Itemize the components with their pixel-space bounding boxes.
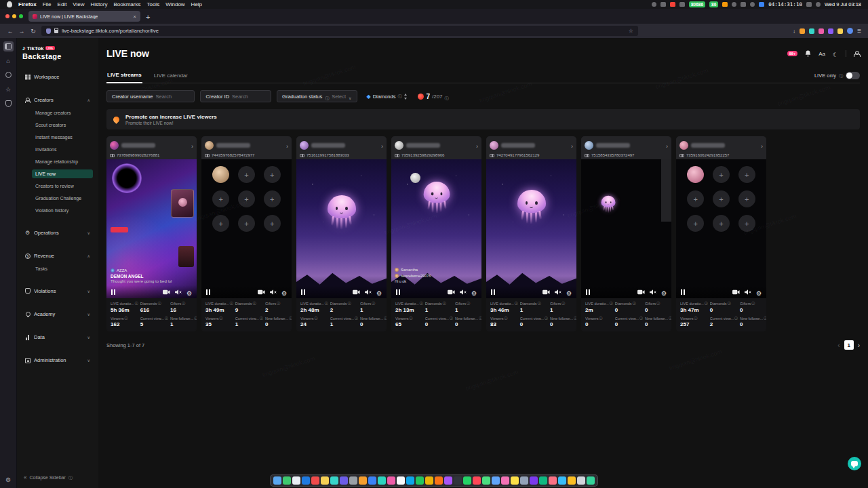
dock-app-icon[interactable]: [558, 476, 566, 485]
live-card[interactable]: 7359139259829298966 Samantha benceborne2…: [391, 136, 481, 331]
add-guest-button[interactable]: [687, 190, 704, 207]
dock-app-icon[interactable]: [397, 476, 405, 485]
menubar-item-tools[interactable]: Tools: [146, 1, 159, 7]
timer-app-icon[interactable]: [759, 2, 764, 7]
add-guest-button[interactable]: [264, 190, 281, 207]
creator-id-filter[interactable]: Creator ID: [200, 90, 271, 102]
dock-app-icon[interactable]: [283, 476, 291, 485]
dock-app-icon[interactable]: [539, 476, 547, 485]
extension-icon[interactable]: [800, 28, 805, 34]
chevron-right-icon[interactable]: [381, 139, 383, 151]
camera-icon[interactable]: [353, 289, 360, 295]
mute-icon[interactable]: [745, 289, 751, 295]
live-preview[interactable]: [296, 159, 387, 298]
sidebar-item-scout-creators[interactable]: Scout creators: [32, 121, 93, 129]
dock-app-icon[interactable]: [492, 476, 500, 485]
settings-icon[interactable]: [566, 286, 572, 298]
live-card[interactable]: 7443597682578472977: [201, 136, 292, 331]
sidebar-item-workspace[interactable]: Workspace: [22, 72, 93, 82]
url-bar[interactable]: live-backstage.tiktok.com/portal/anchor/…: [41, 26, 638, 36]
forward-button[interactable]: [18, 28, 25, 35]
support-chat-button[interactable]: [848, 457, 861, 470]
creator-username-filter[interactable]: Creator username: [106, 90, 195, 102]
live-preview[interactable]: AZZA DEMON ANGEL Thought you were going …: [106, 159, 197, 298]
sidebar-item-manage-relationship[interactable]: Manage relationship: [32, 157, 93, 166]
hamburger-menu-icon[interactable]: [857, 27, 861, 35]
menubar-item-help[interactable]: Help: [191, 1, 202, 7]
chevron-right-icon[interactable]: [286, 139, 288, 151]
camera-icon[interactable]: [637, 289, 645, 295]
history-icon[interactable]: [3, 70, 14, 80]
mute-icon[interactable]: [650, 289, 656, 295]
siri-icon[interactable]: [816, 2, 821, 7]
extension-icon[interactable]: [818, 28, 824, 34]
live-card[interactable]: 7515854335780372497: [581, 136, 671, 331]
live-only-toggle[interactable]: [846, 72, 860, 79]
pause-icon[interactable]: [491, 289, 495, 295]
dock-app-icon[interactable]: [587, 476, 595, 485]
add-guest-button[interactable]: [264, 166, 281, 183]
dock-app-icon[interactable]: [568, 476, 576, 485]
dock-app-icon[interactable]: [330, 476, 338, 485]
search-icon[interactable]: [750, 2, 755, 7]
settings-icon[interactable]: [661, 286, 667, 298]
creator-username-input[interactable]: [155, 94, 189, 100]
dock-app-icon[interactable]: [549, 476, 557, 485]
tracking-protection-icon[interactable]: [46, 28, 51, 34]
prev-page-button[interactable]: [837, 342, 840, 349]
mute-icon[interactable]: [365, 289, 372, 295]
dock-app-icon[interactable]: [292, 476, 300, 485]
status-icon[interactable]: [670, 2, 675, 7]
privacy-icon[interactable]: [3, 98, 14, 108]
tab-live-streams[interactable]: LIVE streams: [106, 68, 142, 83]
mute-icon[interactable]: [555, 289, 561, 295]
live-card[interactable]: 7359160624291952257: [676, 136, 766, 331]
live-preview[interactable]: [486, 159, 576, 298]
sidebar-item-manage-creators[interactable]: Manage creators: [32, 108, 93, 117]
menubar-app-name[interactable]: Firefox: [18, 1, 37, 7]
live-card[interactable]: 7516119917581883033: [296, 136, 387, 331]
control-center-icon[interactable]: [806, 2, 812, 7]
menubar-clock[interactable]: Wed 9 Jul 03:18: [825, 1, 861, 7]
dock-app-icon[interactable]: [416, 476, 424, 485]
sidebar-item-instant-messages[interactable]: Instant messages: [32, 133, 93, 142]
chevron-right-icon[interactable]: [666, 139, 668, 151]
live-preview[interactable]: [201, 159, 292, 298]
profile-avatar[interactable]: [847, 28, 853, 34]
dock-app-icon[interactable]: [501, 476, 509, 485]
menubar-item-history[interactable]: History: [91, 1, 108, 7]
status-icon[interactable]: [660, 2, 666, 7]
extension-icon[interactable]: [828, 28, 833, 34]
chevron-right-icon[interactable]: [761, 139, 763, 151]
pause-icon[interactable]: [206, 289, 210, 295]
live-preview[interactable]: Samantha benceborne29076 Hi u ok: [391, 159, 481, 298]
dock-app-icon[interactable]: [368, 476, 376, 485]
dock-app-icon[interactable]: [511, 476, 519, 485]
extension-icon[interactable]: [837, 28, 843, 34]
status-icon[interactable]: [652, 2, 656, 7]
sidebar-group-operations[interactable]: Operations: [22, 228, 93, 238]
page-number[interactable]: 1: [844, 340, 854, 350]
live-card[interactable]: 7378989899028276881 AZZA DEMON ANGEL Tho…: [106, 136, 197, 331]
dock-app-icon[interactable]: [520, 476, 528, 485]
pause-icon[interactable]: [396, 289, 400, 295]
pause-icon[interactable]: [681, 289, 685, 295]
menubar-item-edit[interactable]: Edit: [58, 1, 67, 7]
back-button[interactable]: [7, 28, 14, 35]
dock-app-icon[interactable]: [311, 476, 319, 485]
sidebar-toggle-icon[interactable]: [3, 41, 14, 52]
menubar-item-file[interactable]: File: [43, 1, 52, 7]
status-icon[interactable]: [732, 2, 736, 7]
add-guest-button[interactable]: [687, 215, 704, 232]
dock-app-icon[interactable]: [387, 476, 395, 485]
diamonds-sort-button[interactable]: Diamonds: [363, 90, 413, 102]
bell-icon[interactable]: [805, 50, 811, 57]
dark-mode-icon[interactable]: [833, 47, 838, 60]
sidebar-group-violations[interactable]: Violations: [22, 286, 93, 296]
mute-icon[interactable]: [175, 289, 182, 295]
camera-icon[interactable]: [542, 289, 550, 295]
settings-icon[interactable]: [281, 286, 287, 298]
sidebar-item-tasks[interactable]: Tasks: [32, 264, 93, 273]
dock-app-icon[interactable]: [463, 476, 471, 485]
tab-live-calendar[interactable]: LIVE calendar: [153, 69, 189, 83]
